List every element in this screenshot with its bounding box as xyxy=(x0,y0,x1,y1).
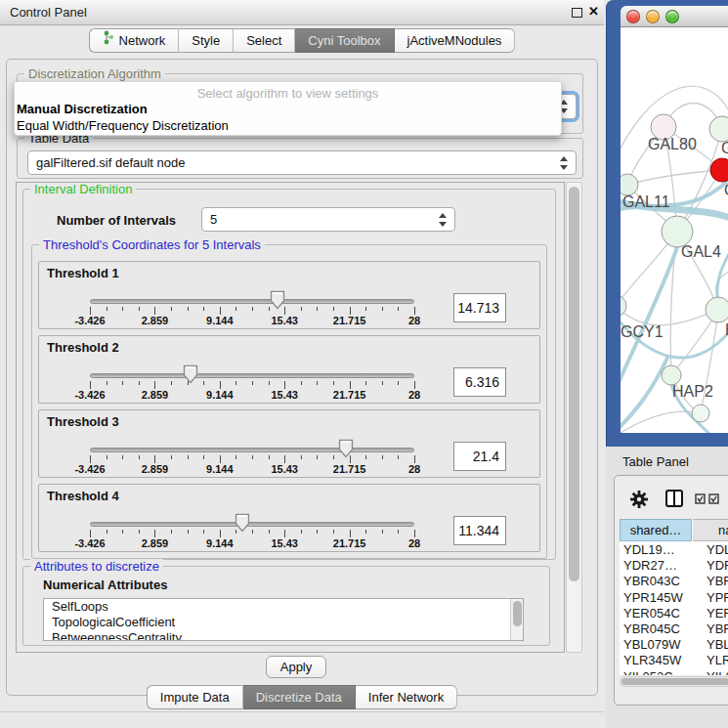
node-gal11[interactable] xyxy=(621,174,638,195)
network-icon xyxy=(103,29,114,53)
threshold-4-slider-thumb[interactable] xyxy=(235,513,250,533)
mac-minimize-icon[interactable] xyxy=(646,10,660,23)
attributes-group-title: Attributes to discretize xyxy=(30,559,163,574)
attributes-scrollbar[interactable] xyxy=(510,599,523,640)
cell-name: YBL0 xyxy=(707,637,728,652)
column-header-shared-name[interactable]: shared… xyxy=(620,519,692,541)
tab-cyni-toolbox[interactable]: Cyni Toolbox xyxy=(295,28,394,53)
network-canvas[interactable]: GAL80GACGAL11GAL4GCY1HHAP2 xyxy=(621,27,728,433)
table-grid[interactable]: shared… na YDL19…YDL1YDR27…YDR2YBR043CYB… xyxy=(620,519,728,675)
tick-label: 15.43 xyxy=(255,389,314,401)
threshold-1-slider-thumb[interactable] xyxy=(270,290,285,310)
attribute-item-selfloops[interactable]: SelfLoops xyxy=(44,599,523,615)
tick-label: 2.859 xyxy=(125,537,184,549)
mac-close-icon[interactable] xyxy=(626,10,640,23)
cell-name: YLR3 xyxy=(707,653,728,667)
node-bottom[interactable] xyxy=(692,405,709,422)
node-label-c[interactable]: C xyxy=(724,182,728,198)
threshold-box-3: Threshold 3-3.4262.8599.14415.4321.71528… xyxy=(38,409,540,478)
tab-label: jActiveMNodules xyxy=(407,29,502,53)
table-row[interactable]: YBL079WYBL0 xyxy=(620,637,728,654)
tick-label: -3.426 xyxy=(61,537,119,549)
float-window-icon[interactable] xyxy=(572,8,582,18)
tab-infer-network[interactable]: Infer Network xyxy=(356,685,457,709)
slider-track[interactable] xyxy=(90,299,414,304)
combo-stepper-icon xyxy=(439,213,448,227)
tick-label: 2.859 xyxy=(125,463,184,475)
control-panel-titlebar: Control Panel ✕ xyxy=(0,0,604,25)
node-label-gal80[interactable]: GAL80 xyxy=(648,136,697,152)
network-edge-highlighted xyxy=(621,358,667,433)
split-column-icon[interactable] xyxy=(665,490,683,507)
node-label-hap2[interactable]: HAP2 xyxy=(672,383,713,400)
tab-impute-data[interactable]: Impute Data xyxy=(147,685,243,709)
table-row[interactable]: YDR27…YDR2 xyxy=(620,558,728,575)
node-label-gal11[interactable]: GAL11 xyxy=(622,193,670,210)
table-row[interactable]: YLR345WYLR3 xyxy=(620,653,728,669)
number-of-intervals-label: Number of Intervals xyxy=(57,213,176,228)
table-data-combo[interactable]: galFiltered.sif default node xyxy=(27,150,577,175)
attribute-item-topologicalcoefficient[interactable]: TopologicalCoefficient xyxy=(44,615,523,630)
table-row[interactable]: YPR145WYPR1 xyxy=(620,590,728,607)
tick-label: 2.859 xyxy=(125,389,184,401)
cell-shared-name: YDL19… xyxy=(623,542,675,557)
network-view-window: GAL80GACGAL11GAL4GCY1HHAP2 xyxy=(606,0,728,447)
tab-jactivemnodules[interactable]: jActiveMNodules xyxy=(395,28,516,53)
menu-item-manual-discretization[interactable]: Manual Discretization xyxy=(15,101,561,117)
mac-zoom-icon[interactable] xyxy=(665,10,679,23)
threshold-2-value-field[interactable]: 6.316 xyxy=(453,367,506,397)
tick-label: 9.144 xyxy=(191,389,249,401)
close-icon[interactable]: ✕ xyxy=(588,4,602,20)
table-row[interactable]: YER054CYER0 xyxy=(620,606,728,622)
threshold-2-slider-thumb[interactable] xyxy=(183,364,198,384)
node-label-gal4[interactable]: GAL4 xyxy=(681,243,721,260)
node-h[interactable] xyxy=(706,297,728,322)
slider-track[interactable] xyxy=(90,522,414,527)
table-row[interactable]: YBR043CYBR0 xyxy=(620,574,728,590)
checkboxes-icon[interactable] xyxy=(695,493,720,504)
column-header-name[interactable]: na xyxy=(693,519,728,541)
cell-shared-name: YPR145W xyxy=(623,590,683,605)
number-of-intervals-value: 5 xyxy=(210,212,217,227)
cell-name: YDR2 xyxy=(707,558,728,573)
tab-style[interactable]: Style xyxy=(179,28,234,53)
table-horizontal-scrollbar[interactable] xyxy=(620,676,728,687)
table-row[interactable]: YIL052CYIL0 xyxy=(620,669,728,675)
network-graph: GAL80GACGAL11GAL4GCY1HHAP2 xyxy=(621,27,728,433)
node-top-right[interactable] xyxy=(709,116,728,142)
node-label-ga[interactable]: GA xyxy=(721,140,728,156)
table-row[interactable]: YDL19…YDL1 xyxy=(620,542,728,559)
cell-name: YDL1 xyxy=(707,542,728,557)
node-gcy1[interactable] xyxy=(621,295,626,317)
algorithm-options: Manual DiscretizationEqual Width/Frequen… xyxy=(15,101,561,134)
cell-shared-name: YBR045C xyxy=(623,621,680,636)
tab-discretize-data[interactable]: Discretize Data xyxy=(243,685,356,709)
menu-item-equal-width-frequency-discretization[interactable]: Equal Width/Frequency Discretization xyxy=(15,117,561,134)
tab-label: Discretize Data xyxy=(256,686,342,709)
numerical-attributes-list[interactable]: SelfLoopsTopologicalCoefficientBetweenne… xyxy=(43,598,524,641)
tab-network[interactable]: Network xyxy=(89,28,180,53)
main-vertical-scrollbar[interactable] xyxy=(566,182,582,653)
tab-label: Infer Network xyxy=(368,686,444,709)
tick-label: 15.43 xyxy=(255,463,314,475)
threshold-3-value-field[interactable]: 21.4 xyxy=(453,442,506,471)
algorithm-dropdown-popup: Select algorithm to view settings Manual… xyxy=(14,81,562,136)
cell-name: YPR1 xyxy=(707,590,728,605)
attribute-item-betweennesscentrality[interactable]: BetweennessCentrality xyxy=(44,630,523,641)
table-row[interactable]: YBR045CYBR0 xyxy=(620,621,728,638)
slider-track[interactable] xyxy=(90,373,414,378)
cell-shared-name: YER054C xyxy=(623,606,680,621)
cell-name: YER0 xyxy=(707,606,728,621)
threshold-1-value-field[interactable]: 14.713 xyxy=(453,293,506,322)
slider-track[interactable] xyxy=(90,448,414,452)
number-of-intervals-combo[interactable]: 5 xyxy=(201,207,455,232)
tab-select[interactable]: Select xyxy=(234,28,295,53)
table-toolbar xyxy=(615,476,728,519)
apply-button[interactable]: Apply xyxy=(266,656,326,678)
threshold-3-slider-thumb[interactable] xyxy=(338,439,354,458)
node-label-gcy1[interactable]: GCY1 xyxy=(621,323,664,340)
gear-icon[interactable] xyxy=(630,491,648,508)
algorithm-hint: Select algorithm to view settings xyxy=(15,82,561,101)
threshold-4-value-field[interactable]: 11.344 xyxy=(453,516,506,545)
node-hap2[interactable] xyxy=(662,365,681,385)
